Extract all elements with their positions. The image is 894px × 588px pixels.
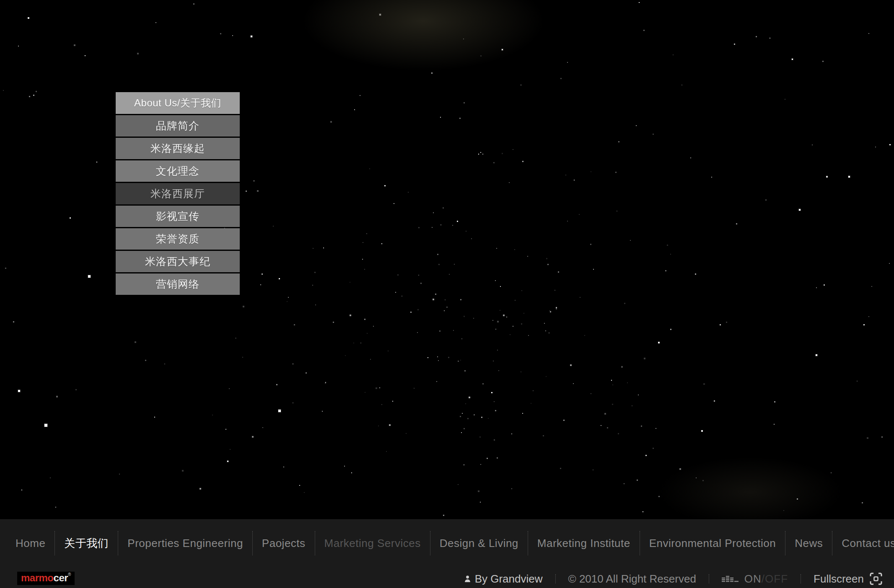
brand-logo-text-red: marmo xyxy=(21,572,54,583)
submenu-item-miloxi-milestones[interactable]: 米洛西大事纪 xyxy=(116,251,240,272)
nav-item-marketing-institute[interactable]: Marketing Institute xyxy=(528,537,640,550)
submenu-item-culture-concept[interactable]: 文化理念 xyxy=(116,160,240,182)
footer-separator xyxy=(709,574,709,583)
nav-item-contact-us[interactable]: Contact us xyxy=(832,537,894,550)
nav-item-home[interactable]: Home xyxy=(6,537,54,550)
footer: marmocer® By Grandview © 2010 All Right … xyxy=(0,569,894,588)
copyright-text: © 2010 All Right Reserved xyxy=(568,573,696,585)
nav-item-marketing-services[interactable]: Marketing Services xyxy=(315,537,430,550)
brand-logo-text-white: cer xyxy=(54,572,68,583)
credit-by-grandview[interactable]: By Grandview xyxy=(464,573,543,585)
page-background: About Us/关于我们 品牌简介 米洛西缘起 文化理念 米洛西展厅 影视宣传… xyxy=(0,0,894,588)
footer-separator xyxy=(555,574,556,583)
nav-item-design-living[interactable]: Design & Living xyxy=(430,537,528,550)
submenu-item-miloxi-origin[interactable]: 米洛西缘起 xyxy=(116,138,240,159)
equalizer-icon xyxy=(722,574,739,583)
submenu-item-marketing-network[interactable]: 营销网络 xyxy=(116,273,240,295)
fullscreen-label: Fullscreen xyxy=(814,573,864,585)
nav-item-news[interactable]: News xyxy=(785,537,832,550)
nav-item-properties-engineering[interactable]: Properties Engineering xyxy=(118,537,252,550)
sound-off-label: /OFF xyxy=(762,573,788,585)
footer-separator xyxy=(801,574,801,583)
submenu-header-about-us[interactable]: About Us/关于我们 xyxy=(116,92,240,114)
submenu-item-video-promotion[interactable]: 影视宣传 xyxy=(116,206,240,227)
submenu-item-miloxi-showroom[interactable]: 米洛西展厅 xyxy=(116,183,240,204)
main-nav: Home 关于我们 Properties Engineering Paoject… xyxy=(0,520,894,567)
nav-item-paojects[interactable]: Paojects xyxy=(253,537,315,550)
sound-on-label: ON xyxy=(744,573,762,585)
credit-label: By Grandview xyxy=(475,573,543,585)
bottom-bar: Home 关于我们 Properties Engineering Paoject… xyxy=(0,519,894,588)
nav-item-environmental-protection[interactable]: Environmental Protection xyxy=(640,537,785,550)
fullscreen-icon xyxy=(870,573,882,585)
registered-trademark-icon: ® xyxy=(68,572,71,577)
submenu-item-brand-profile[interactable]: 品牌简介 xyxy=(116,115,240,137)
submenu-item-honors-qualifications[interactable]: 荣誉资质 xyxy=(116,228,240,250)
nav-item-about-us[interactable]: 关于我们 xyxy=(55,536,118,551)
brand-logo[interactable]: marmocer® xyxy=(17,572,75,585)
fullscreen-button[interactable]: Fullscreen xyxy=(814,573,882,585)
footer-right: By Grandview © 2010 All Right Reserved xyxy=(464,569,882,588)
person-icon xyxy=(464,575,471,583)
about-submenu: About Us/关于我们 品牌简介 米洛西缘起 文化理念 米洛西展厅 影视宣传… xyxy=(116,92,240,295)
sound-toggle[interactable]: ON/OFF xyxy=(722,573,788,585)
